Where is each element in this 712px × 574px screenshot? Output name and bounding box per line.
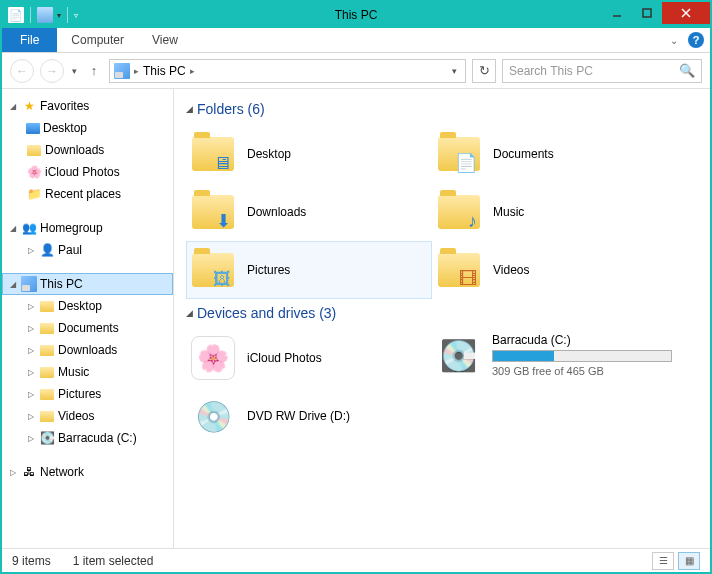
up-button[interactable]: ↑ (85, 62, 103, 80)
tree-label: Documents (58, 321, 119, 335)
view-details-button[interactable]: ☰ (652, 552, 674, 570)
separator (67, 7, 68, 23)
folders-grid: 🖥Desktop 📄Documents ⬇Downloads ♪Music 🖼P… (186, 125, 698, 299)
folder-videos[interactable]: 🎞Videos (432, 241, 678, 299)
folder-icon (39, 298, 55, 314)
history-dropdown-icon[interactable]: ▾ (70, 66, 79, 76)
tree-item-desktop[interactable]: ▷Desktop (2, 295, 173, 317)
expand-ribbon-icon[interactable]: ⌄ (670, 35, 678, 46)
tree-item-icloud[interactable]: 🌸iCloud Photos (2, 161, 173, 183)
address-dropdown-icon[interactable]: ▾ (452, 66, 457, 76)
folder-pictures[interactable]: 🖼Pictures (186, 241, 432, 299)
folder-icon (39, 386, 55, 402)
tree-item-user[interactable]: ▷👤Paul (2, 239, 173, 261)
expand-icon[interactable]: ▷ (26, 324, 36, 333)
search-placeholder: Search This PC (509, 64, 593, 78)
expand-icon[interactable]: ▷ (26, 302, 36, 311)
tab-computer[interactable]: Computer (57, 28, 138, 52)
tree-item-music[interactable]: ▷Music (2, 361, 173, 383)
qat-overflow-icon[interactable]: ▿ (74, 11, 78, 20)
tree-node-homegroup[interactable]: ◢👥Homegroup (2, 217, 173, 239)
minimize-button[interactable] (602, 2, 632, 24)
section-title: Folders (6) (197, 101, 265, 117)
network-icon: 🖧 (21, 464, 37, 480)
expand-icon[interactable]: ▷ (26, 390, 36, 399)
drive-free-text: 309 GB free of 465 GB (492, 365, 672, 377)
section-drives[interactable]: ◢Devices and drives (3) (186, 305, 698, 321)
tab-view[interactable]: View (138, 28, 192, 52)
star-icon: ★ (21, 98, 37, 114)
close-button[interactable] (662, 2, 710, 24)
tree-item-documents[interactable]: ▷Documents (2, 317, 173, 339)
body: ◢★Favorites Desktop Downloads 🌸iCloud Ph… (2, 89, 710, 548)
tree-label: Videos (58, 409, 94, 423)
item-label: DVD RW Drive (D:) (247, 409, 350, 423)
titlebar[interactable]: 📄 ▾ ▿ This PC (2, 2, 710, 28)
search-input[interactable]: Search This PC 🔍 (502, 59, 702, 83)
folder-documents[interactable]: 📄Documents (432, 125, 678, 183)
folder-icon (39, 342, 55, 358)
drive-icloud[interactable]: 🌸iCloud Photos (186, 329, 432, 387)
tree-label: Barracuda (C:) (58, 431, 137, 445)
dvd-drive-icon: 💿 (191, 394, 235, 438)
collapse-icon[interactable]: ◢ (186, 104, 193, 114)
tree-item-videos[interactable]: ▷Videos (2, 405, 173, 427)
item-label: Pictures (247, 263, 290, 277)
drive-c[interactable]: 💽 Barracuda (C:) 309 GB free of 465 GB (432, 329, 678, 387)
refresh-button[interactable]: ↻ (472, 59, 496, 83)
tree-item-downloads[interactable]: Downloads (2, 139, 173, 161)
back-button[interactable]: ← (10, 59, 34, 83)
navigation-pane[interactable]: ◢★Favorites Desktop Downloads 🌸iCloud Ph… (2, 89, 174, 548)
expand-icon[interactable]: ▷ (26, 246, 36, 255)
chevron-down-icon[interactable]: ▾ (57, 11, 61, 20)
file-tab[interactable]: File (2, 28, 57, 52)
tree-item-desktop[interactable]: Desktop (2, 117, 173, 139)
this-pc-icon (114, 63, 130, 79)
help-icon[interactable]: ? (688, 32, 704, 48)
tree-node-thispc[interactable]: ◢This PC (2, 273, 173, 295)
properties-icon[interactable]: 📄 (8, 7, 24, 23)
folder-icon (39, 320, 55, 336)
folder-downloads[interactable]: ⬇Downloads (186, 183, 432, 241)
status-item-count: 9 items (12, 554, 51, 568)
content-pane[interactable]: ◢Folders (6) 🖥Desktop 📄Documents ⬇Downlo… (174, 89, 710, 548)
tree-item-pictures[interactable]: ▷Pictures (2, 383, 173, 405)
folder-icon: 🖥 (191, 132, 235, 176)
expand-icon[interactable]: ▷ (26, 368, 36, 377)
drive-dvd[interactable]: 💿DVD RW Drive (D:) (186, 387, 432, 445)
expand-icon[interactable]: ▷ (8, 468, 18, 477)
forward-button[interactable]: → (40, 59, 64, 83)
collapse-icon[interactable]: ◢ (8, 102, 18, 111)
maximize-button[interactable] (632, 2, 662, 24)
tree-item-recent[interactable]: 📁Recent places (2, 183, 173, 205)
breadcrumb-location[interactable]: This PC (143, 64, 186, 78)
section-folders[interactable]: ◢Folders (6) (186, 101, 698, 117)
collapse-icon[interactable]: ◢ (8, 224, 18, 233)
tree-label: Network (40, 465, 84, 479)
folder-desktop[interactable]: 🖥Desktop (186, 125, 432, 183)
separator (30, 7, 31, 23)
folder-icon (39, 364, 55, 380)
view-tiles-button[interactable]: ▦ (678, 552, 700, 570)
breadcrumb-arrow-icon[interactable]: ▸ (134, 66, 139, 76)
tree-label: Homegroup (40, 221, 103, 235)
address-bar[interactable]: ▸ This PC ▸ ▾ (109, 59, 466, 83)
folder-icon: 🎞 (437, 248, 481, 292)
expand-icon[interactable]: ▷ (26, 346, 36, 355)
this-pc-icon (21, 276, 37, 292)
tree-node-favorites[interactable]: ◢★Favorites (2, 95, 173, 117)
computer-icon[interactable] (37, 7, 53, 23)
collapse-icon[interactable]: ◢ (8, 280, 18, 289)
item-label: Videos (493, 263, 529, 277)
breadcrumb-arrow-icon[interactable]: ▸ (190, 66, 195, 76)
collapse-icon[interactable]: ◢ (186, 308, 193, 318)
tree-item-downloads[interactable]: ▷Downloads (2, 339, 173, 361)
expand-icon[interactable]: ▷ (26, 434, 36, 443)
tree-item-drive-c[interactable]: ▷💽Barracuda (C:) (2, 427, 173, 449)
tree-label: Music (58, 365, 89, 379)
section-title: Devices and drives (3) (197, 305, 336, 321)
tree-label: Favorites (40, 99, 89, 113)
expand-icon[interactable]: ▷ (26, 412, 36, 421)
folder-music[interactable]: ♪Music (432, 183, 678, 241)
tree-node-network[interactable]: ▷🖧Network (2, 461, 173, 483)
